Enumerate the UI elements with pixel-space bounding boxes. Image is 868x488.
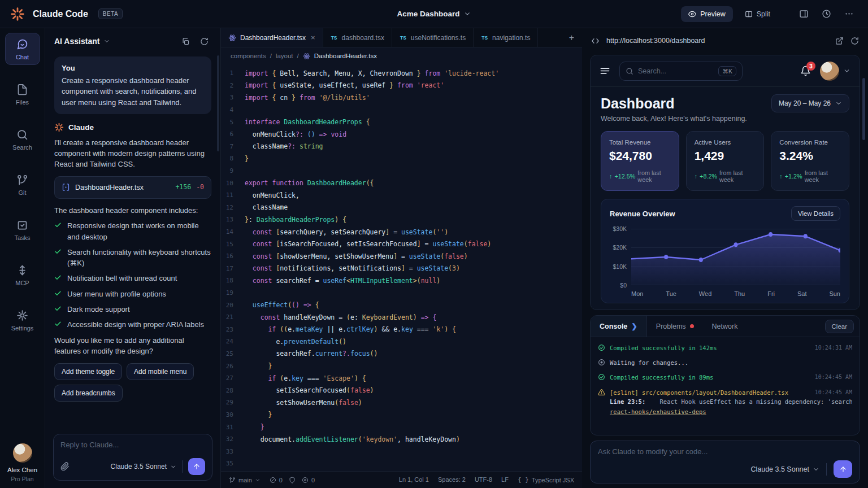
sidebar-item-label: MCP [15, 280, 29, 286]
date-range-selector[interactable]: May 20 – May 26 [771, 94, 849, 112]
breadcrumb-layout[interactable]: layout [276, 53, 293, 59]
line-number: 20 [221, 302, 245, 309]
view-details-button[interactable]: View Details [791, 206, 840, 221]
claude-intro-text: I'll create a responsive dashboard heade… [54, 137, 211, 170]
user-profile[interactable]: Alex Chen Pro Plan [7, 443, 37, 488]
paperclip-icon[interactable] [60, 462, 70, 471]
sidebar-item-search[interactable]: Search [5, 124, 40, 155]
console-message: Compiled successfully in 142ms 10:24:31 … [598, 344, 852, 352]
user-menu-button[interactable] [820, 62, 850, 81]
tab-label: navigation.ts [492, 34, 530, 42]
history-button[interactable] [817, 5, 835, 23]
copy-icon[interactable] [178, 34, 193, 49]
breadcrumb-file[interactable]: DashboardHeader.tsx [314, 53, 377, 59]
split-button[interactable]: Split [737, 6, 778, 22]
chevron-down-icon [843, 67, 850, 75]
avatar [13, 443, 32, 463]
code-brackets-icon[interactable] [591, 37, 600, 45]
refresh-icon[interactable] [850, 37, 859, 45]
indentation-setting[interactable]: Spaces: 2 [438, 476, 466, 483]
breadcrumb-components[interactable]: components [231, 53, 266, 59]
line-number: 23 [221, 326, 245, 333]
code-lines[interactable]: 1import { Bell, Search, Menu, X, Chevron… [221, 64, 582, 471]
stat-card-active-users[interactable]: Active Users 1,429 ↑ +8.2% from last wee… [686, 131, 765, 191]
panel-toggle-button[interactable] [795, 5, 813, 23]
git-branch-indicator[interactable]: main [229, 477, 261, 483]
user-name: Alex Chen [7, 467, 37, 473]
sidebar-item-tasks[interactable]: Tasks [5, 214, 40, 245]
suggestion-add-mobile-menu[interactable]: Add mobile menu [127, 363, 194, 380]
line-number: 31 [221, 424, 245, 431]
url-field[interactable]: http://localhost:3000/dashboard [606, 37, 828, 45]
sidebar-item-mcp[interactable]: MCP [5, 259, 40, 290]
file-diff-card[interactable]: DashboardHeader.tsx +156 -0 [54, 176, 211, 199]
sidebar-item-settings[interactable]: Settings [5, 304, 40, 336]
welcome-text: Welcome back, Alex! Here's what's happen… [601, 115, 849, 123]
code-line: 10export function DashboardHeader({ [221, 177, 582, 189]
suggestion-add-theme-toggle[interactable]: Add theme toggle [54, 363, 122, 380]
new-tab-button[interactable]: + [561, 28, 582, 47]
stat-delta: +8.2% [700, 173, 717, 180]
send-button[interactable] [834, 460, 852, 478]
tab-console[interactable]: Console ❯ [591, 316, 647, 337]
console-panel: Console ❯ Problems Network Clear Compi [590, 315, 860, 435]
tab-network[interactable]: Network [703, 316, 747, 337]
sidebar-item-git[interactable]: Git [5, 169, 40, 200]
tab-problems[interactable]: Problems [647, 316, 703, 337]
app-title: Claude Code [33, 9, 88, 19]
refresh-icon[interactable] [197, 34, 211, 49]
ask-claude-input[interactable] [598, 447, 852, 456]
tab-usenotifications-ts[interactable]: TS useNotifications.ts [392, 28, 474, 47]
tab-dashboard-tsx[interactable]: TS dashboard.tsx [323, 28, 392, 47]
chevron-down-icon [255, 477, 261, 483]
eol-setting[interactable]: LF [501, 476, 509, 483]
tab-navigation-ts[interactable]: TS navigation.ts [474, 28, 538, 47]
line-number: 13 [221, 216, 245, 223]
code-line: 19 [221, 287, 582, 299]
code-line: 18 const searchRef = useRef<HTMLInputEle… [221, 274, 582, 287]
code-line: 17 const [notifications, setNotification… [221, 263, 582, 275]
menu-icon[interactable] [600, 66, 610, 76]
tab-dashboardheader-tsx[interactable]: DashboardHeader.tsx × [221, 28, 323, 47]
chevron-down-icon[interactable] [103, 38, 110, 45]
line-number: 32 [221, 435, 245, 443]
project-selector[interactable]: Acme Dashboard [397, 10, 471, 18]
stat-card-conversion-rate[interactable]: Conversion Rate 3.24% ↑ +1.2% from last … [771, 131, 849, 191]
model-selector[interactable]: Claude 3.5 Sonnet [750, 465, 819, 473]
suggestion-add-breadcrumbs[interactable]: Add breadcrumbs [54, 385, 123, 402]
reply-input[interactable] [60, 441, 205, 449]
sidebar-item-files[interactable]: Files [5, 79, 40, 110]
chart-title: Revenue Overview [610, 210, 675, 218]
notifications-button[interactable]: 3 [800, 66, 811, 76]
sidebar-item-label: Chat [16, 54, 29, 60]
cursor-position[interactable]: Ln 1, Col 1 [399, 476, 429, 483]
search-icon [16, 129, 28, 141]
model-name: Claude 3.5 Sonnet [111, 463, 167, 470]
clear-console-button[interactable]: Clear [825, 320, 854, 333]
external-link-icon[interactable] [835, 37, 844, 45]
preview-button[interactable]: Preview [681, 6, 732, 22]
code-line: 3import { cn } from '@/lib/utils' [221, 91, 582, 104]
sidebar-panel-icon [799, 9, 809, 19]
line-number: 11 [221, 191, 245, 199]
model-selector[interactable]: Claude 3.5 Sonnet [111, 463, 176, 470]
eslint-rule-link[interactable]: react-hooks/exhaustive-deps [610, 408, 706, 415]
sidebar-item-label: Search [12, 144, 32, 151]
encoding-setting[interactable]: UTF-8 [475, 476, 492, 483]
project-name: Acme Dashboard [397, 10, 459, 18]
close-icon[interactable]: × [311, 33, 315, 42]
arrow-up-icon [193, 463, 201, 470]
stat-card-total-revenue[interactable]: Total Revenue $24,780 ↑ +12.5% from last… [601, 131, 679, 191]
preview-scrollbar[interactable] [862, 78, 865, 140]
git-branch-icon [16, 174, 28, 186]
language-mode[interactable]: { } TypeScript JSX [518, 476, 574, 483]
sidebar-item-chat[interactable]: Chat [5, 33, 40, 65]
more-options-button[interactable] [840, 5, 858, 23]
line-number: 33 [221, 448, 245, 455]
chevron-down-icon [170, 464, 176, 470]
send-button[interactable] [188, 458, 205, 475]
dashboard-search-input[interactable] [638, 67, 714, 75]
problems-indicator[interactable]: 0 0 [270, 477, 315, 483]
line-number: 29 [221, 399, 245, 406]
assistant-scrollbar[interactable] [217, 55, 219, 151]
